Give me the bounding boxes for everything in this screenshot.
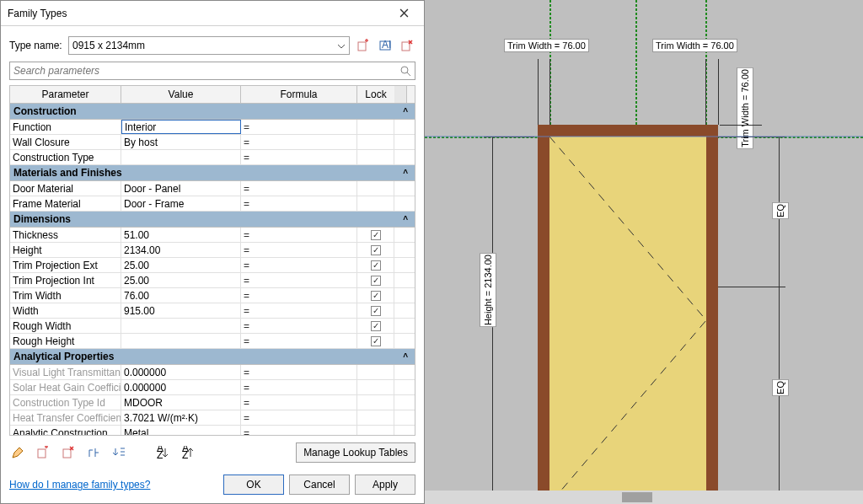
param-formula-cell[interactable]: = bbox=[241, 288, 357, 303]
param-value-cell[interactable] bbox=[121, 273, 241, 287]
param-lock-cell[interactable] bbox=[357, 120, 394, 134]
param-formula-cell[interactable]: = bbox=[241, 303, 357, 318]
param-value-cell[interactable] bbox=[121, 395, 241, 410]
group-header[interactable]: Materials and Finishes^ bbox=[10, 165, 415, 181]
param-row[interactable]: Wall Closure= bbox=[10, 135, 415, 150]
param-value-cell[interactable] bbox=[121, 303, 241, 318]
lock-checkbox[interactable] bbox=[371, 291, 381, 301]
ok-button[interactable]: OK bbox=[223, 475, 284, 495]
param-formula-cell[interactable]: = bbox=[241, 258, 357, 272]
param-value-input[interactable] bbox=[124, 367, 238, 378]
param-value-cell[interactable] bbox=[121, 365, 241, 379]
param-value-cell[interactable] bbox=[121, 334, 241, 348]
param-lock-cell[interactable] bbox=[357, 410, 394, 425]
param-value-input[interactable] bbox=[124, 427, 238, 437]
param-value-input[interactable] bbox=[124, 229, 238, 241]
param-value-cell[interactable] bbox=[121, 181, 241, 196]
param-value-input[interactable] bbox=[124, 382, 238, 394]
param-formula-cell[interactable]: = bbox=[241, 319, 357, 333]
param-value-cell[interactable] bbox=[121, 410, 241, 425]
param-row[interactable]: Visual Light Transmittance= bbox=[10, 365, 415, 380]
param-value-cell[interactable] bbox=[121, 150, 241, 164]
param-value-input[interactable] bbox=[124, 260, 238, 271]
param-value-cell[interactable] bbox=[121, 228, 241, 242]
model-viewport[interactable]: Trim Width = 76.00 Trim Width = 76.00 Tr… bbox=[425, 0, 863, 504]
manage-lookup-tables-button[interactable]: Manage Lookup Tables bbox=[296, 442, 415, 463]
param-row[interactable]: Construction Type Id= bbox=[10, 395, 415, 410]
lock-checkbox[interactable] bbox=[371, 230, 381, 240]
dim-trim-width-top-left[interactable]: Trim Width = 76.00 bbox=[504, 39, 589, 52]
dim-eq-bottom[interactable]: EQ bbox=[772, 379, 789, 396]
sort-asc-button[interactable]: AZ bbox=[154, 444, 171, 461]
param-value-input[interactable] bbox=[124, 183, 238, 195]
param-value-cell[interactable] bbox=[121, 196, 241, 211]
param-formula-cell[interactable]: = bbox=[241, 395, 357, 410]
param-formula-cell[interactable]: = bbox=[241, 228, 357, 242]
param-lock-cell[interactable] bbox=[357, 365, 394, 379]
sort-desc-button[interactable]: AZ bbox=[180, 444, 196, 461]
param-lock-cell[interactable] bbox=[357, 334, 394, 348]
param-formula-cell[interactable]: = bbox=[241, 273, 357, 287]
param-row[interactable]: Trim Width= bbox=[10, 288, 415, 303]
param-value-input[interactable] bbox=[124, 320, 238, 332]
param-lock-cell[interactable] bbox=[357, 380, 394, 394]
help-link[interactable]: How do I manage family types? bbox=[9, 479, 150, 491]
lock-checkbox[interactable] bbox=[371, 336, 381, 346]
col-lock[interactable]: Lock bbox=[357, 86, 394, 103]
param-lock-cell[interactable] bbox=[357, 303, 394, 318]
apply-button[interactable]: Apply bbox=[355, 475, 415, 495]
param-formula-cell[interactable]: = bbox=[241, 150, 357, 164]
param-value-input[interactable] bbox=[124, 198, 238, 210]
param-row[interactable]: Height= bbox=[10, 243, 415, 258]
param-lock-cell[interactable] bbox=[357, 273, 394, 287]
param-formula-cell[interactable]: = bbox=[241, 410, 357, 425]
param-value-input[interactable] bbox=[124, 244, 238, 256]
param-value-input[interactable] bbox=[124, 137, 238, 148]
edit-param-button[interactable] bbox=[9, 444, 26, 461]
param-formula-cell[interactable]: = bbox=[241, 243, 357, 257]
grid-body[interactable]: Construction^Function=Wall Closure=Const… bbox=[9, 104, 415, 436]
param-lock-cell[interactable] bbox=[357, 150, 394, 164]
param-value-input[interactable] bbox=[124, 397, 238, 409]
modify-param-button[interactable] bbox=[85, 444, 102, 461]
scrollbar-thumb[interactable] bbox=[622, 492, 652, 502]
param-row[interactable]: Heat Transfer Coefficient (= bbox=[10, 410, 415, 426]
dim-eq-top[interactable]: EQ bbox=[772, 202, 789, 219]
param-formula-cell[interactable]: = bbox=[241, 135, 357, 149]
close-button[interactable] bbox=[390, 3, 417, 24]
search-parameters-input[interactable] bbox=[9, 62, 415, 80]
col-value[interactable]: Value bbox=[121, 86, 241, 103]
param-row[interactable]: Width= bbox=[10, 303, 415, 319]
param-value-cell[interactable] bbox=[121, 426, 241, 436]
param-value-cell[interactable] bbox=[121, 319, 241, 333]
param-value-cell[interactable] bbox=[121, 258, 241, 272]
group-header[interactable]: Construction^ bbox=[10, 104, 415, 120]
param-lock-cell[interactable] bbox=[357, 288, 394, 303]
delete-param-button[interactable] bbox=[60, 444, 77, 461]
param-lock-cell[interactable] bbox=[357, 319, 394, 333]
param-value-input[interactable] bbox=[124, 152, 238, 164]
lock-checkbox[interactable] bbox=[371, 245, 381, 255]
param-formula-cell[interactable]: = bbox=[241, 380, 357, 394]
param-row[interactable]: Thickness= bbox=[10, 228, 415, 243]
param-value-input[interactable] bbox=[124, 305, 238, 317]
param-row[interactable]: Door Material= bbox=[10, 181, 415, 196]
param-formula-cell[interactable]: = bbox=[241, 120, 357, 134]
new-param-button[interactable] bbox=[35, 444, 51, 461]
param-row[interactable]: Construction Type= bbox=[10, 150, 415, 165]
viewport-scrollbar[interactable] bbox=[425, 491, 863, 504]
param-row[interactable]: Trim Projection Ext= bbox=[10, 258, 415, 273]
param-value-cell[interactable] bbox=[121, 288, 241, 303]
type-name-select[interactable]: 0915 x 2134mm bbox=[68, 36, 350, 55]
param-lock-cell[interactable] bbox=[357, 243, 394, 257]
lock-checkbox[interactable] bbox=[371, 260, 381, 271]
param-lock-cell[interactable] bbox=[357, 181, 394, 196]
group-header[interactable]: Dimensions^ bbox=[10, 212, 415, 228]
param-formula-cell[interactable]: = bbox=[241, 181, 357, 196]
param-formula-cell[interactable]: = bbox=[241, 426, 357, 436]
param-value-cell[interactable] bbox=[121, 120, 241, 134]
param-value-input[interactable] bbox=[124, 335, 238, 347]
lock-checkbox[interactable] bbox=[371, 276, 381, 286]
cancel-button[interactable]: Cancel bbox=[289, 475, 350, 495]
param-row[interactable]: Rough Width= bbox=[10, 319, 415, 334]
